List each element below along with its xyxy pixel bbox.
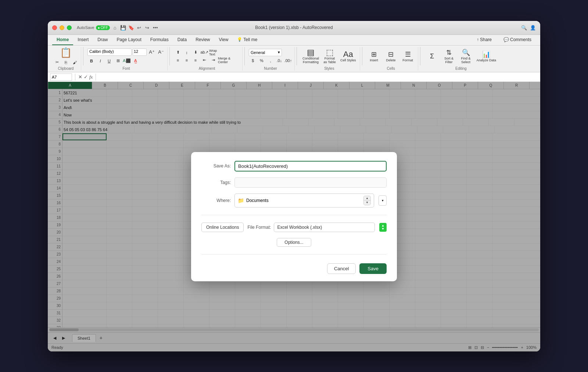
tab-formulas[interactable]: Formulas bbox=[146, 35, 173, 45]
insert-button[interactable]: ⊞ Insert bbox=[366, 49, 382, 64]
indent-more-button[interactable]: ⇥ bbox=[209, 57, 217, 64]
cond-format-label: ConditionalFormatting bbox=[302, 57, 319, 65]
indent-less-button[interactable]: ⇤ bbox=[200, 57, 208, 64]
delete-button[interactable]: ⊟ Delete bbox=[383, 49, 399, 64]
sum-button[interactable]: Σ bbox=[424, 51, 440, 62]
increase-decimal-button[interactable]: .00↑ bbox=[284, 57, 292, 64]
font-shrink-button[interactable]: A⁻ bbox=[157, 49, 165, 55]
find-select-button[interactable]: 🔍 Find &Select bbox=[458, 47, 474, 66]
align-bottom-button[interactable]: ⬇ bbox=[191, 49, 200, 56]
tab-tell-me[interactable]: 💡 Tell me bbox=[233, 35, 262, 45]
cut-button[interactable]: ✂ bbox=[53, 59, 61, 66]
tab-data[interactable]: Data bbox=[173, 35, 191, 45]
font-size-dropdown[interactable]: 12 bbox=[133, 48, 147, 56]
align-center-button[interactable]: ≡ bbox=[183, 57, 191, 64]
file-format-stepper[interactable]: ▲ ▼ bbox=[379, 223, 387, 232]
align-middle-button[interactable]: ↕ bbox=[183, 49, 191, 56]
maximize-button[interactable] bbox=[67, 25, 72, 30]
sep5 bbox=[362, 47, 362, 65]
align-right-button[interactable]: ≡ bbox=[191, 57, 200, 64]
title-bar: AutoSave ● OFF ⌂ 💾 🔖 ↩ ↪ ••• Book1 (vers… bbox=[48, 21, 540, 35]
save-button[interactable]: Save bbox=[359, 263, 387, 274]
insert-function-icon[interactable]: fx bbox=[89, 74, 93, 80]
cell-reference-box[interactable]: A7 bbox=[50, 73, 72, 81]
tab-insert[interactable]: Insert bbox=[73, 35, 93, 45]
tab-home[interactable]: Home bbox=[52, 35, 73, 45]
format-as-table-button[interactable]: ⬚ Formatas Table bbox=[322, 47, 337, 66]
percent-button[interactable]: % bbox=[258, 57, 266, 64]
share-icon: ↑ bbox=[477, 37, 479, 42]
editing-label: Editing bbox=[455, 66, 467, 71]
sort-filter-button[interactable]: ⇅ Sort &Filter bbox=[441, 47, 457, 66]
stepper-up[interactable]: ▲ bbox=[364, 196, 370, 201]
copy-button[interactable]: ⎘ bbox=[62, 59, 70, 66]
currency-button[interactable]: $ bbox=[249, 57, 257, 64]
merge-button[interactable]: Merge & Center bbox=[218, 57, 240, 64]
tab-page-layout[interactable]: Page Layout bbox=[112, 35, 146, 45]
fill-color-button[interactable]: A⬛ bbox=[123, 58, 131, 64]
more-icon[interactable]: ••• bbox=[153, 25, 158, 30]
find-select-label: Find &Select bbox=[461, 57, 471, 65]
where-stepper[interactable]: ▲ ▼ bbox=[363, 196, 371, 205]
account-icon[interactable]: 👤 bbox=[530, 25, 536, 30]
align-left-button[interactable]: ≡ bbox=[174, 57, 182, 64]
wrap-text-button[interactable]: Wrap Text bbox=[209, 49, 224, 56]
online-locations-button[interactable]: Online Locations bbox=[201, 223, 244, 232]
number-content: General ▾ $ % , .0↓ .00↑ bbox=[249, 47, 292, 66]
alignment-content: ⬆ ↕ ⬇ ab↗ Wrap Text ≡ ≡ ≡ ⇤ ⇥ Merge & Ce… bbox=[174, 47, 240, 66]
bookmark-icon[interactable]: 🔖 bbox=[128, 25, 134, 30]
home-icon[interactable]: ⌂ bbox=[112, 25, 118, 30]
font-grow-button[interactable]: A⁺ bbox=[148, 49, 156, 55]
save-as-input[interactable] bbox=[234, 161, 387, 171]
conditional-formatting-button[interactable]: ▤ ConditionalFormatting bbox=[301, 47, 320, 66]
close-button[interactable] bbox=[52, 25, 57, 30]
confirm-formula-icon[interactable]: ✓ bbox=[84, 74, 88, 80]
ribbon-group-number: General ▾ $ % , .0↓ .00↑ Number bbox=[247, 47, 295, 71]
options-button[interactable]: Options... bbox=[277, 238, 311, 247]
underline-button[interactable]: U bbox=[105, 58, 113, 64]
autosave-toggle[interactable]: ● OFF bbox=[96, 25, 110, 30]
border-button[interactable]: ⊞ bbox=[114, 58, 122, 64]
stepper-down[interactable]: ▼ bbox=[364, 201, 370, 205]
tab-view[interactable]: View bbox=[215, 35, 233, 45]
alignment-label: Alignment bbox=[199, 66, 215, 71]
title-bar-icons: AutoSave ● OFF ⌂ 💾 🔖 ↩ ↪ ••• bbox=[77, 25, 158, 30]
share-button[interactable]: ↑ Share bbox=[472, 35, 496, 45]
font-name-dropdown[interactable]: Calibri (Body) bbox=[87, 48, 132, 56]
undo-icon[interactable]: ↩ bbox=[136, 25, 142, 30]
traffic-lights bbox=[52, 25, 72, 30]
redo-icon[interactable]: ↪ bbox=[144, 25, 150, 30]
font-size-value: 12 bbox=[134, 49, 138, 54]
where-select[interactable]: 📁 Documents ▲ ▼ bbox=[234, 194, 374, 207]
tab-review[interactable]: Review bbox=[191, 35, 214, 45]
search-icon[interactable]: 🔍 bbox=[521, 25, 527, 30]
save-icon[interactable]: 💾 bbox=[120, 25, 126, 30]
tab-draw[interactable]: Draw bbox=[93, 35, 112, 45]
font-color-button[interactable]: A̲ bbox=[132, 58, 140, 64]
minimize-button[interactable] bbox=[60, 25, 64, 30]
format-stepper-down[interactable]: ▼ bbox=[381, 227, 385, 231]
bold-button[interactable]: B bbox=[87, 58, 96, 64]
format-button[interactable]: ☰ Format bbox=[400, 49, 416, 64]
cancel-button[interactable]: Cancel bbox=[327, 263, 356, 274]
number-format-dropdown[interactable]: General ▾ bbox=[249, 49, 282, 56]
comma-button[interactable]: , bbox=[266, 57, 275, 64]
file-format-select[interactable]: Excel Workbook (.xlsx) bbox=[274, 223, 375, 232]
analyze-label: Analyze Data bbox=[477, 58, 496, 62]
italic-button[interactable]: I bbox=[96, 58, 104, 64]
formula-input[interactable] bbox=[99, 75, 538, 80]
format-painter-button[interactable]: 🖌 bbox=[71, 59, 79, 66]
decrease-decimal-button[interactable]: .0↓ bbox=[275, 57, 283, 64]
cell-styles-button[interactable]: Aa Cell Styles bbox=[339, 49, 358, 64]
ribbon-group-font: Calibri (Body) 12 A⁺ A⁻ B I U ⊞ A⬛ bbox=[85, 47, 168, 71]
tags-input[interactable] bbox=[234, 177, 387, 188]
cancel-formula-icon[interactable]: ✕ bbox=[78, 74, 82, 80]
paste-area: 📋 ✂ ⎘ 🖌 bbox=[53, 47, 79, 66]
where-dropdown-button[interactable]: ▾ bbox=[379, 195, 387, 206]
angle-text-button[interactable]: ab↗ bbox=[200, 49, 208, 56]
analyze-data-button[interactable]: 📊 Analyze Data bbox=[475, 49, 498, 64]
insert-icon: ⊞ bbox=[371, 50, 377, 58]
where-select-inner: 📁 Documents bbox=[238, 198, 360, 203]
align-top-button[interactable]: ⬆ bbox=[174, 49, 182, 56]
comments-button[interactable]: 💬 Comments bbox=[499, 35, 536, 45]
